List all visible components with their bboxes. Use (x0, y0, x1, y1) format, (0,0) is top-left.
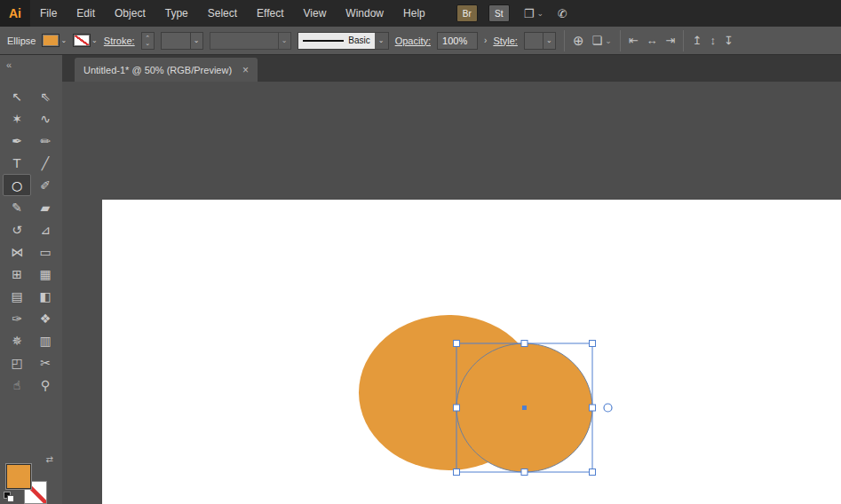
selection-handle[interactable] (521, 469, 528, 476)
stock-button[interactable]: St (488, 4, 510, 22)
collapse-panel-icon[interactable]: « (6, 59, 12, 70)
stroke-width-combo[interactable]: ⌄ (161, 32, 203, 50)
slice-tool[interactable]: ✂ (31, 351, 60, 374)
menu-edit[interactable]: Edit (67, 0, 105, 27)
shape-builder-tool[interactable]: ⊞ (3, 263, 31, 285)
app-logo: Ai (0, 0, 30, 27)
default-fill-stroke-icon[interactable] (4, 492, 14, 502)
brush-preview: Basic (298, 33, 375, 49)
document-tab[interactable]: Untitled-1* @ 50% (RGB/Preview) × (75, 58, 258, 82)
pen-tool[interactable]: ✒ (3, 130, 31, 152)
opacity-dropdown-icon[interactable]: › (484, 35, 487, 45)
bridge-button[interactable]: Br (456, 4, 478, 22)
menu-window[interactable]: Window (336, 0, 393, 27)
workspace-switcher[interactable]: ❐ ⌄ (524, 7, 543, 20)
eyedropper-tool[interactable]: ✑ (3, 307, 31, 329)
globe-icon[interactable]: ⊕ (573, 33, 584, 49)
vertical-align-group: ↥ ↕ ↧ (692, 34, 733, 47)
menu-help[interactable]: Help (393, 0, 435, 27)
blend-tool[interactable]: ❖ (31, 307, 60, 329)
selection-handle[interactable] (454, 405, 460, 411)
align-center-icon[interactable]: ↔ (647, 34, 658, 47)
swap-fill-stroke-icon[interactable]: ⇄ (46, 454, 53, 464)
menu-view[interactable]: View (294, 0, 337, 27)
control-bar: Ellipse ⌄ ⌄ Stroke: ⌃ ⌄ ⌄ ⌄ Basic (0, 27, 841, 55)
brush-dropdown[interactable]: ⌄ (375, 33, 388, 49)
lasso-tool[interactable]: ∿ (31, 107, 60, 130)
opacity-panel-link[interactable]: Opacity: (395, 35, 431, 46)
line-segment-tool[interactable]: ╱ (31, 152, 60, 174)
share-icon: ✆ (558, 7, 567, 20)
free-transform-tool[interactable]: ▭ (31, 240, 60, 263)
curvature-tool[interactable]: ✏ (31, 130, 60, 152)
style-panel-link[interactable]: Style: (493, 35, 518, 46)
menu-effect[interactable]: Effect (247, 0, 293, 27)
selection-handle[interactable] (521, 341, 528, 347)
tools-panel: « ↖ ⇖ ✶ ∿ ✒ ✏ T ╱ ○ ✐ ✎ ▰ ↺ ⊿ ⋈ ▭ ⊞ ▦ ▤ … (0, 55, 62, 504)
paintbrush-tool[interactable]: ✐ (31, 174, 60, 196)
opacity-input[interactable]: 100% (437, 32, 478, 50)
share-button[interactable]: ✆ (558, 7, 567, 20)
chevron-down-icon: ⌄ (194, 36, 200, 44)
separator (564, 30, 565, 51)
mesh-tool[interactable]: ▤ (3, 285, 31, 307)
menu-object[interactable]: Object (105, 0, 155, 27)
illustrator-window: Ai File Edit Object Type Select Effect V… (0, 0, 841, 504)
stroke-panel-link[interactable]: Stroke: (104, 35, 135, 46)
selection-center-point[interactable] (522, 406, 527, 410)
scale-tool[interactable]: ⊿ (31, 218, 60, 240)
canvas-svg (62, 82, 841, 504)
artboard-tool[interactable]: ◰ (3, 351, 31, 374)
stroke-swatch[interactable] (73, 34, 91, 47)
selection-handle[interactable] (590, 341, 596, 347)
style-combo[interactable]: ⌄ (524, 32, 556, 50)
fill-indicator[interactable] (5, 463, 32, 490)
eraser-tool[interactable]: ▰ (31, 196, 60, 218)
type-tool[interactable]: T (3, 152, 31, 174)
menu-select[interactable]: Select (198, 0, 247, 27)
direct-selection-tool[interactable]: ⇖ (31, 85, 60, 107)
symbol-sprayer-tool[interactable]: ✵ (3, 329, 31, 351)
align-right-icon[interactable]: ⇥ (666, 34, 676, 47)
gradient-tool[interactable]: ◧ (31, 285, 60, 307)
align-bottom-icon[interactable]: ↧ (724, 34, 734, 47)
live-shape-widget[interactable] (604, 404, 612, 412)
stepper-down-icon[interactable]: ⌄ (145, 41, 150, 46)
rotate-tool[interactable]: ↺ (3, 218, 31, 240)
close-icon[interactable]: × (242, 64, 249, 76)
perspective-grid-tool[interactable]: ▦ (31, 263, 60, 285)
separator (620, 30, 621, 51)
selection-handle[interactable] (590, 405, 596, 411)
selection-tool[interactable]: ↖ (3, 85, 31, 107)
ellipse-tool[interactable]: ○ (3, 174, 31, 196)
magic-wand-tool[interactable]: ✶ (3, 107, 31, 130)
selection-handle[interactable] (590, 469, 596, 476)
align-left-icon[interactable]: ⇤ (629, 34, 639, 47)
mini-stroke-icon (7, 495, 14, 502)
fill-color-picker[interactable]: ⌄ (42, 34, 67, 47)
hand-tool[interactable]: ☝ (3, 374, 31, 396)
fill-swatch[interactable] (42, 34, 60, 47)
document-tab-title: Untitled-1* @ 50% (RGB/Preview) (83, 65, 232, 75)
chevron-down-icon: ⌄ (546, 36, 552, 44)
menu-file[interactable]: File (30, 0, 67, 27)
column-graph-tool[interactable]: ▥ (31, 329, 60, 351)
chevron-down-icon: ⌄ (282, 36, 288, 44)
width-tool[interactable]: ⋈ (3, 240, 31, 263)
separator (683, 30, 684, 51)
document-tabstrip: Untitled-1* @ 50% (RGB/Preview) × (62, 55, 841, 82)
document-setup-button[interactable]: ❏ ⌄ (591, 34, 611, 47)
align-top-icon[interactable]: ↥ (692, 34, 702, 47)
width-profile-combo: ⌄ (210, 32, 291, 50)
brush-definition-combo[interactable]: Basic ⌄ (298, 32, 389, 50)
selection-handle[interactable] (454, 341, 460, 347)
zoom-tool[interactable]: ⚲ (31, 374, 60, 396)
stroke-width-stepper[interactable]: ⌃ ⌄ (141, 32, 155, 50)
menu-type[interactable]: Type (155, 0, 198, 27)
align-middle-icon[interactable]: ↕ (710, 34, 716, 47)
selection-handle[interactable] (454, 469, 460, 476)
canvas-area[interactable] (62, 82, 841, 504)
fill-stroke-indicator: ⇄ (0, 453, 62, 504)
stroke-color-picker[interactable]: ⌄ (73, 34, 98, 47)
shaper-tool[interactable]: ✎ (3, 196, 31, 218)
